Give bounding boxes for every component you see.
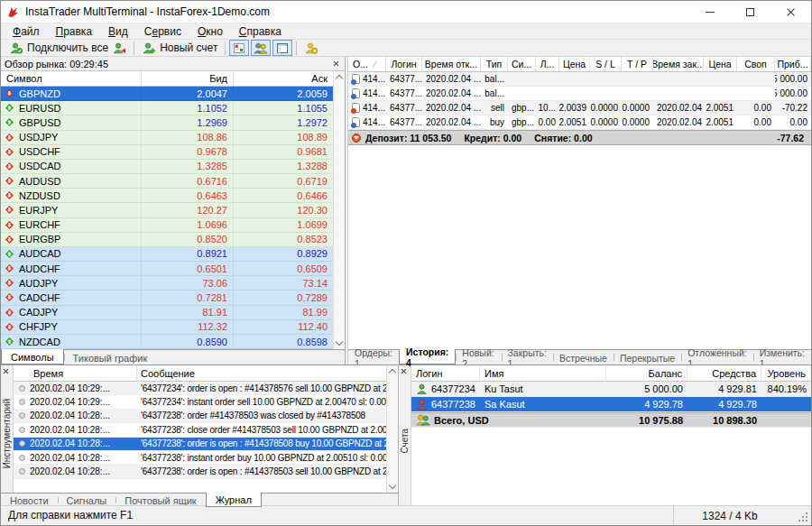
tab-символы[interactable]: Символы xyxy=(1,349,64,365)
tab-встречные[interactable]: Встречные xyxy=(553,350,614,365)
journal-row[interactable]: 2020.02.04 10:28:... '64377238': instant… xyxy=(14,451,386,465)
orders-column-0[interactable]: О...∕ xyxy=(348,57,386,71)
market-watch-titlebar: Обзор рынка: 09:29:45 xyxy=(1,57,345,71)
accounts-toggle-button[interactable] xyxy=(251,40,271,56)
scroll-up-icon[interactable] xyxy=(336,75,343,82)
maximize-button[interactable] xyxy=(730,1,770,23)
accounts-column-логин[interactable]: Логин xyxy=(411,365,480,381)
accounts-column-средства[interactable]: Средства xyxy=(687,365,761,381)
tab-закрыть-1[interactable]: Закрыть: 1 xyxy=(502,350,553,365)
credit-value: Кредит: 0.00 xyxy=(464,133,521,143)
order-row[interactable]: 414...64377...2020.02.04 ...bal...5 000.… xyxy=(348,87,811,101)
market-watch-row-nzdcad[interactable]: NZDCAD 0.8590 0.8598 xyxy=(1,335,333,349)
orders-column-12[interactable]: Приб... xyxy=(775,57,811,71)
account-row-64377238[interactable]: 64377238 Sa Kasut 4 929.78 4 929.78 xyxy=(411,397,811,412)
accounts-side-strip: Счета xyxy=(399,365,411,507)
journal-row[interactable]: 2020.02.04 10:28:... '64377238': order i… xyxy=(14,465,386,478)
minimize-button[interactable] xyxy=(689,1,730,23)
connect-all-button[interactable]: Подключить все xyxy=(5,40,131,56)
close-accounts-icon[interactable] xyxy=(401,368,407,374)
market-watch-row-eurchf[interactable]: EURCHF 1.0696 1.0699 xyxy=(1,218,333,233)
market-watch-row-audchf[interactable]: AUDCHF 0.6501 0.6509 xyxy=(1,262,333,276)
market-watch-scrollbar[interactable] xyxy=(333,71,345,349)
market-watch-row-chfjpy[interactable]: CHFJPY 112.32 112.40 xyxy=(1,320,333,335)
journal-row[interactable]: 2020.02.04 10:28:... '64377238': order i… xyxy=(14,438,386,451)
scroll-up-icon[interactable] xyxy=(389,369,396,376)
menu-файл[interactable]: Файл xyxy=(5,25,48,38)
tab-изменить-1[interactable]: Изменить: 1 xyxy=(753,350,811,365)
menu-правка[interactable]: Правка xyxy=(48,25,101,38)
orders-column-8[interactable]: T / P xyxy=(622,57,653,71)
orders-column-6[interactable]: Цена xyxy=(559,57,590,71)
order-row[interactable]: 414...64377...2020.02.04 ...bal...5 000.… xyxy=(348,72,811,87)
settings-button[interactable] xyxy=(300,40,323,56)
order-row[interactable]: 414...64377...2020.02.04 ...buygbp...0.0… xyxy=(348,115,811,130)
accounts-column-имя[interactable]: Имя xyxy=(480,365,606,381)
journal-scrollbar[interactable] xyxy=(386,365,398,493)
orders-column-3[interactable]: Тип xyxy=(481,57,508,71)
accounts-column-баланс[interactable]: Баланс xyxy=(606,365,687,381)
column-symbol[interactable]: Символ xyxy=(1,73,141,84)
orders-column-5[interactable]: Л... xyxy=(536,57,559,71)
tab-перекрытые[interactable]: Перекрытые xyxy=(614,350,681,365)
column-bid[interactable]: Бид xyxy=(141,71,233,86)
market-watch-row-audcad[interactable]: AUDCAD 0.8921 0.8929 xyxy=(1,247,333,262)
resize-grip[interactable] xyxy=(806,520,807,521)
tab-ордеры-1[interactable]: Ордеры: 1 xyxy=(348,350,399,365)
order-cell-6: 2.0039 xyxy=(559,101,590,115)
tab-журнал[interactable]: Журнал xyxy=(206,493,262,507)
menu-сервис[interactable]: Сервис xyxy=(136,25,189,38)
journal-panel: Инструментарий Время Сообщение 2020.02.0… xyxy=(1,365,398,493)
orders-column-1[interactable]: Логин xyxy=(386,57,422,71)
toolbox-toggle-button[interactable] xyxy=(272,40,292,56)
market-watch-row-eurusd[interactable]: EURUSD 1.1052 1.1055 xyxy=(1,101,333,115)
account-balance: 4 929.78 xyxy=(606,399,687,410)
accounts-column-уровень[interactable]: Уровень xyxy=(761,365,811,381)
orders-column-9[interactable]: Время зак... xyxy=(653,57,704,71)
tab-тиковый-график[interactable]: Тиковый график xyxy=(64,350,157,365)
column-time[interactable]: Время xyxy=(14,368,136,379)
orders-column-11[interactable]: Своп xyxy=(737,57,775,71)
menu-окно[interactable]: Окно xyxy=(189,25,231,38)
order-row[interactable]: 414...64377...2020.02.04 ...sellgbp...10… xyxy=(348,101,811,115)
tab-отложенный-1[interactable]: Отложенный: 1 xyxy=(681,350,753,365)
market-watch-row-cadchf[interactable]: CADCHF 0.7281 0.7289 xyxy=(1,291,333,305)
account-row-64377234[interactable]: 64377234 Ku Tasut 5 000.00 4 929.81 840.… xyxy=(411,382,811,397)
market-watch-row-gbpnzd[interactable]: GBPNZD 2.0047 2.0059 xyxy=(1,87,333,101)
scroll-down-icon[interactable] xyxy=(389,482,396,489)
market-watch-row-eurgbp[interactable]: EURGBP 0.8520 0.8523 xyxy=(1,233,333,247)
close-market-watch-icon[interactable] xyxy=(333,60,339,67)
tick-chart-toggle-button[interactable] xyxy=(229,40,249,56)
journal-row[interactable]: 2020.02.04 10:28:... '64377238': close o… xyxy=(14,423,386,437)
market-watch-row-gbpusd[interactable]: GBPUSD 1.2969 1.2972 xyxy=(1,115,333,130)
market-watch-row-audusd[interactable]: AUDUSD 0.6716 0.6719 xyxy=(1,174,333,189)
menu-справка[interactable]: Справка xyxy=(231,25,290,38)
disconnect-all-icon[interactable] xyxy=(112,42,126,54)
close-button[interactable] xyxy=(770,1,811,23)
tab-история-4[interactable]: История: 4 xyxy=(399,349,456,365)
market-watch-row-nzdusd[interactable]: NZDUSD 0.6463 0.6466 xyxy=(1,189,333,203)
market-watch-row-eurjpy[interactable]: EURJPY 120.27 120.30 xyxy=(1,203,333,217)
orders-column-2[interactable]: Время отк... xyxy=(422,57,481,71)
column-message[interactable]: Сообщение xyxy=(136,365,398,381)
scroll-down-icon[interactable] xyxy=(336,338,343,346)
orders-column-10[interactable]: Цена xyxy=(704,57,737,71)
new-account-button[interactable]: Новый счет xyxy=(137,40,222,56)
market-watch-row-audjpy[interactable]: AUDJPY 73.06 73.14 xyxy=(1,276,333,291)
orders-column-4[interactable]: Си... xyxy=(508,57,536,71)
close-toolbox-icon[interactable] xyxy=(3,368,9,374)
journal-time: 2020.02.04 10:28:... xyxy=(30,466,136,476)
market-watch-row-usdcad[interactable]: USDCAD 1.3285 1.3288 xyxy=(1,160,333,174)
column-ask[interactable]: Аск xyxy=(233,71,333,86)
market-watch-row-usdjpy[interactable]: USDJPY 108.86 108.89 xyxy=(1,131,333,145)
tab-новый-2[interactable]: Новый: 2 xyxy=(456,350,501,365)
market-watch-row-usdchf[interactable]: USDCHF 0.9678 0.9681 xyxy=(1,145,333,160)
tick-chart-icon xyxy=(234,43,245,53)
orders-column-7[interactable]: S / L xyxy=(590,57,622,71)
menu-вид[interactable]: Вид xyxy=(100,25,136,38)
main-area: Обзор рынка: 09:29:45 Символ Бид Аск GBP… xyxy=(1,57,811,507)
journal-row[interactable]: 2020.02.04 10:29:... '64377234': instant… xyxy=(14,395,386,409)
journal-row[interactable]: 2020.02.04 10:29:... '64377234': order i… xyxy=(14,382,386,395)
market-watch-row-cadjpy[interactable]: CADJPY 81.91 81.99 xyxy=(1,306,333,320)
journal-row[interactable]: 2020.02.04 10:28:... '64377238': order #… xyxy=(14,410,386,423)
